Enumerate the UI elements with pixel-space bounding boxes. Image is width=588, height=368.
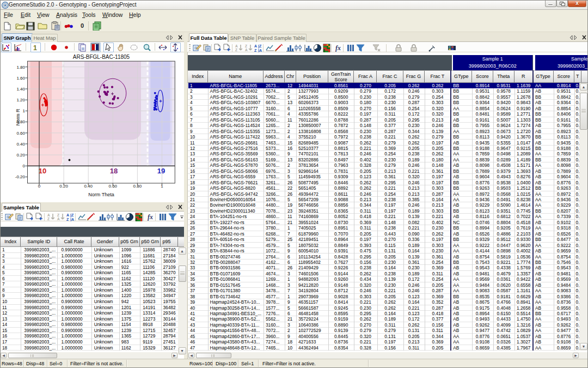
svg-text:A: A — [235, 44, 238, 48]
svg-text:0.40: 0.40 — [16, 142, 25, 147]
svg-text:1: 1 — [33, 44, 37, 52]
svg-text:18: 18 — [110, 167, 118, 175]
svg-text:A: A — [254, 44, 257, 48]
svg-text:Z: Z — [57, 213, 59, 217]
svg-text:Z: Z — [66, 218, 69, 221]
svg-text:|A: |A — [70, 218, 74, 221]
svg-text:Norm R: Norm R — [15, 108, 21, 125]
svg-text:19: 19 — [157, 167, 165, 175]
svg-text:Z: Z — [235, 48, 237, 52]
svg-text:|Z: |Z — [258, 44, 262, 49]
svg-text:1.40: 1.40 — [16, 87, 25, 92]
svg-text:A: A — [245, 48, 248, 52]
svg-text:1.20: 1.20 — [16, 98, 25, 102]
svg-text:10: 10 — [39, 167, 46, 175]
svg-text:0: 0 — [23, 164, 26, 168]
svg-text:Norm Theta: Norm Theta — [88, 192, 114, 197]
svg-text:|A: |A — [258, 49, 262, 52]
svg-text:0.20: 0.20 — [16, 153, 25, 158]
svg-text:0.80: 0.80 — [133, 184, 142, 189]
svg-text:A: A — [66, 213, 69, 217]
svg-text:1.60: 1.60 — [16, 76, 25, 81]
svg-text:1: 1 — [161, 184, 163, 189]
svg-text:|Z: |Z — [70, 213, 74, 218]
svg-text:Z: Z — [254, 49, 257, 52]
svg-text:-0.20: -0.20 — [15, 174, 26, 179]
svg-text:Z: Z — [245, 44, 247, 48]
svg-text:A: A — [47, 213, 50, 217]
svg-text:ARS-BFGL-BAC-11805: ARS-BFGL-BAC-11805 — [73, 54, 130, 60]
svg-text:fx: fx — [148, 213, 153, 221]
svg-text:0.20: 0.20 — [59, 184, 68, 189]
svg-text:fx: fx — [335, 44, 341, 52]
svg-text:1: 1 — [23, 108, 26, 113]
svg-text:1.80: 1.80 — [16, 65, 25, 70]
svg-text:A: A — [57, 217, 60, 221]
svg-text:0: 0 — [38, 184, 41, 189]
svg-text:Z: Z — [47, 217, 50, 221]
svg-text:0.60: 0.60 — [109, 184, 118, 189]
svg-text:0.40: 0.40 — [84, 184, 93, 189]
svg-text:0.60: 0.60 — [16, 131, 25, 136]
